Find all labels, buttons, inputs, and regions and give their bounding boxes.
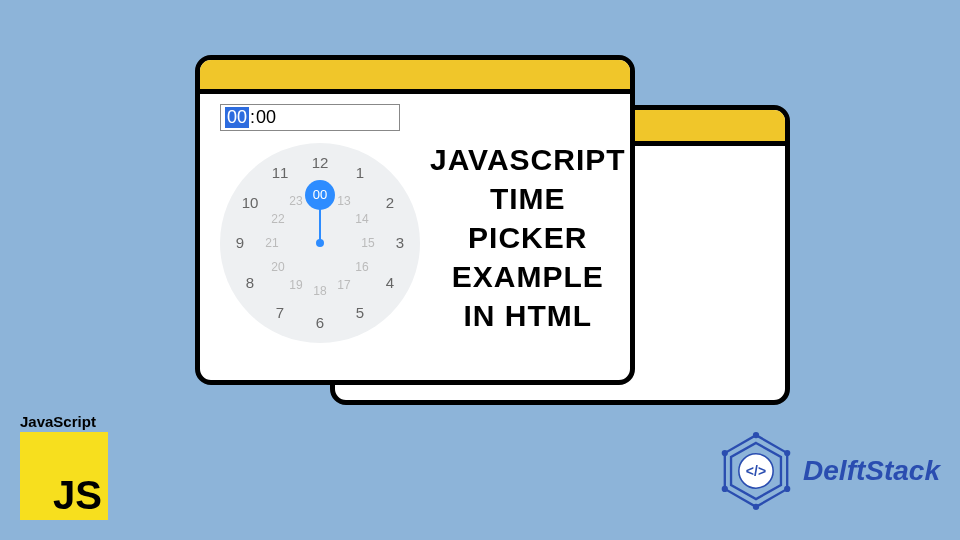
svg-point-8 [722,486,728,492]
window-front: 00 : 00 12 1 2 3 4 5 6 7 8 9 10 11 [195,55,635,385]
time-separator: : [249,107,256,128]
hour-8[interactable]: 8 [239,272,261,294]
window-content: 00 : 00 12 1 2 3 4 5 6 7 8 9 10 11 [200,94,630,380]
hour-20[interactable]: 20 [267,256,289,278]
hour-23[interactable]: 23 [285,190,307,212]
hour-7[interactable]: 7 [269,302,291,324]
hour-11[interactable]: 11 [269,162,291,184]
clock-face[interactable]: 12 1 2 3 4 5 6 7 8 9 10 11 00 13 14 15 1… [220,143,420,343]
svg-text:</>: </> [746,463,766,479]
headline-line2: Time Picker [430,179,626,257]
hour-21[interactable]: 21 [261,232,283,254]
hour-3[interactable]: 3 [389,232,411,254]
hour-12[interactable]: 12 [309,152,331,174]
hour-6[interactable]: 6 [309,312,331,334]
headline-line3: Example [452,257,604,296]
hour-00-selected[interactable]: 00 [305,180,335,210]
js-badge-wrap: JavaScript JS [20,413,108,520]
hour-14[interactable]: 14 [351,208,373,230]
headline-line4: in HTML [463,296,592,335]
left-column: 00 : 00 12 1 2 3 4 5 6 7 8 9 10 11 [220,104,420,370]
hour-4[interactable]: 4 [379,272,401,294]
svg-point-4 [753,432,759,438]
titlebar-front [200,60,630,94]
brand-text: DelftStack [803,455,940,487]
hour-18[interactable]: 18 [309,280,331,302]
hour-15[interactable]: 15 [357,232,379,254]
brand: </> DelftStack [717,432,940,510]
brand-tag-open: < [746,463,754,479]
hour-17[interactable]: 17 [333,274,355,296]
js-short: JS [53,473,102,518]
hour-5[interactable]: 5 [349,302,371,324]
svg-point-5 [784,450,790,456]
js-icon: JS [20,432,108,520]
time-hours[interactable]: 00 [225,107,249,128]
time-input[interactable]: 00 : 00 [220,104,400,131]
js-label: JavaScript [20,413,108,430]
svg-point-6 [784,486,790,492]
headline: JavaScript Time Picker Example in HTML [430,104,626,370]
hour-2[interactable]: 2 [379,192,401,214]
time-minutes[interactable]: 00 [256,107,276,128]
svg-point-9 [722,450,728,456]
brand-tag-close: > [758,463,766,479]
brand-icon: </> [717,432,795,510]
hour-10[interactable]: 10 [239,192,261,214]
headline-line1: JavaScript [430,140,626,179]
hour-1[interactable]: 1 [349,162,371,184]
svg-point-7 [753,504,759,510]
clock-center-dot [316,239,324,247]
hour-9[interactable]: 9 [229,232,251,254]
